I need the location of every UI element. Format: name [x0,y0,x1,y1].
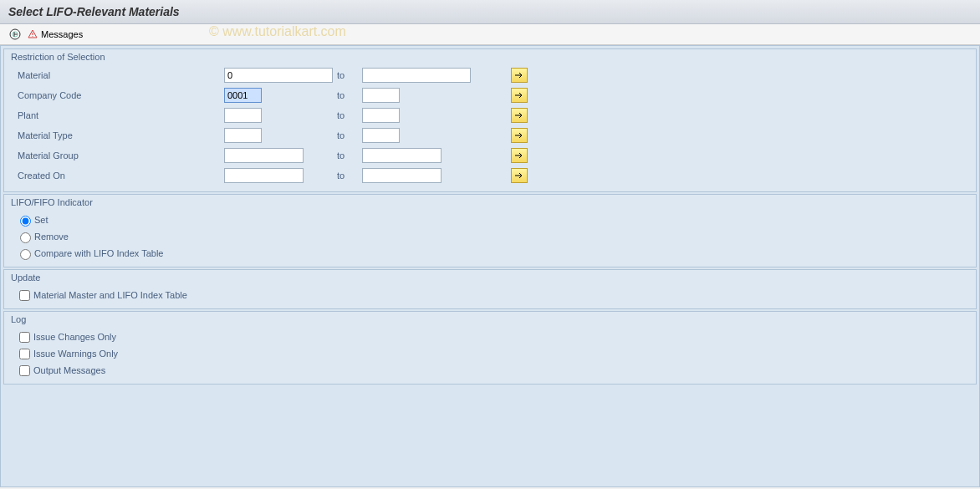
to-label: to [337,110,362,120]
label-createdon: Created On [11,171,224,181]
radio-compare-row: Compare with LIFO Index Table [11,245,969,262]
to-label: to [337,130,362,140]
toolbar: Messages © www.tutorialkart.com [0,24,980,45]
group-log: Log Issue Changes Only Issue Warnings On… [3,311,977,385]
check-material-master-label: Material Master and LIFO Index Table [33,290,187,300]
to-label: to [337,90,362,100]
radio-set[interactable] [20,216,31,227]
check-output-messages-row: Output Messages [11,362,969,379]
page-title: Select LIFO-Relevant Materials [8,5,180,18]
companycode-multi-button[interactable] [511,88,528,103]
row-companycode: Company Code to [11,86,969,104]
check-output-messages[interactable] [19,365,30,376]
plant-to-input[interactable] [362,108,400,123]
row-material: Material to [11,66,969,84]
group-restriction: Restriction of Selection Material to Com… [3,48,977,192]
label-material: Material [11,70,224,80]
to-label: to [337,70,362,80]
row-materialtype: Material Type to [11,126,969,145]
group-log-title: Log [4,312,976,327]
row-materialgroup: Material Group to [11,146,969,165]
radio-remove-row: Remove [11,228,969,245]
materialtype-from-input[interactable] [224,128,262,143]
material-to-input[interactable] [362,68,471,83]
radio-set-row: Set [11,211,969,228]
materialgroup-from-input[interactable] [224,148,304,163]
label-companycode: Company Code [11,90,224,100]
check-issue-warnings[interactable] [19,349,30,359]
radio-remove-label: Remove [34,232,69,242]
radio-compare-label: Compare with LIFO Index Table [34,248,163,258]
check-material-master[interactable] [19,290,30,301]
group-restriction-title: Restriction of Selection [4,49,976,64]
materialgroup-multi-button[interactable] [511,148,528,163]
to-label: to [337,150,362,160]
watermark: © www.tutorialkart.com [209,24,346,39]
messages-label: Messages [41,29,83,39]
svg-point-3 [33,36,33,37]
warning-icon [27,28,38,40]
label-materialtype: Material Type [11,130,224,140]
group-update: Update Material Master and LIFO Index Ta… [3,269,977,309]
materialtype-to-input[interactable] [362,128,400,143]
createdon-to-input[interactable] [362,168,442,183]
title-bar: Select LIFO-Relevant Materials [0,0,980,24]
group-update-title: Update [4,270,976,285]
createdon-from-input[interactable] [224,168,304,183]
material-multi-button[interactable] [511,68,528,83]
radio-compare[interactable] [20,249,31,260]
messages-button[interactable]: Messages [27,28,83,40]
radio-remove[interactable] [20,232,31,243]
check-issue-changes[interactable] [19,332,30,343]
label-plant: Plant [11,110,224,120]
companycode-to-input[interactable] [362,88,400,103]
label-materialgroup: Material Group [11,150,224,160]
execute-icon[interactable] [8,28,22,41]
plant-from-input[interactable] [224,108,262,123]
companycode-from-input[interactable] [224,88,262,103]
check-issue-changes-label: Issue Changes Only [33,332,116,342]
materialtype-multi-button[interactable] [511,128,528,143]
row-createdon: Created On to [11,166,969,185]
content-area: Restriction of Selection Material to Com… [0,45,980,487]
createdon-multi-button[interactable] [511,168,528,183]
check-issue-changes-row: Issue Changes Only [11,329,969,345]
material-from-input[interactable] [224,68,333,83]
check-material-master-row: Material Master and LIFO Index Table [11,287,969,303]
to-label: to [337,171,362,181]
check-issue-warnings-label: Issue Warnings Only [33,349,118,359]
group-indicator-title: LIFO/FIFO Indicator [4,195,976,210]
row-plant: Plant to [11,106,969,125]
radio-set-label: Set [34,215,48,225]
plant-multi-button[interactable] [511,108,528,123]
check-output-messages-label: Output Messages [33,365,105,375]
check-issue-warnings-row: Issue Warnings Only [11,345,969,362]
materialgroup-to-input[interactable] [362,148,442,163]
group-indicator: LIFO/FIFO Indicator Set Remove Compare w… [3,194,977,267]
